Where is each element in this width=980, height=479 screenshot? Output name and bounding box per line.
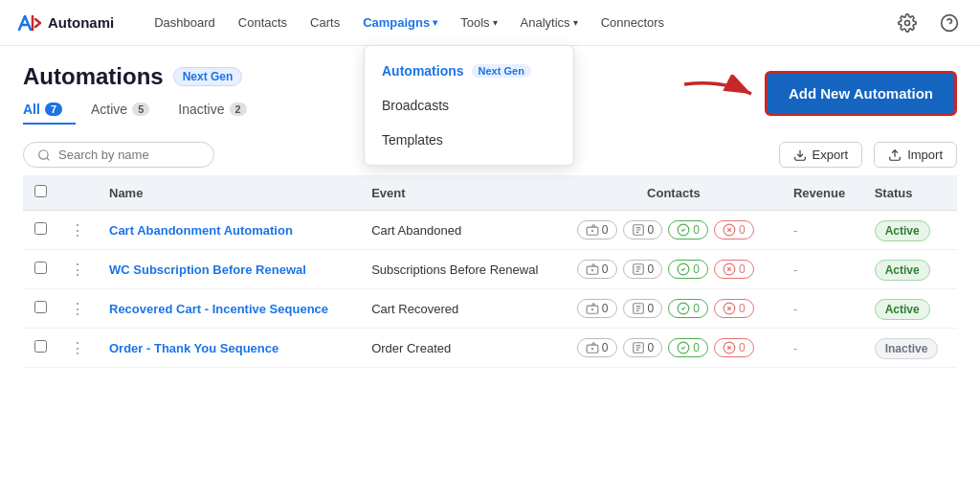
help-icon <box>940 13 959 33</box>
table-header-revenue: Revenue <box>782 175 863 211</box>
contact-badge-total: 0 <box>577 260 617 279</box>
table-row: ⋮ WC Subscription Before Renewal Subscri… <box>23 250 957 289</box>
toolbar-right: Export Import <box>779 142 957 168</box>
tab-inactive-count: 2 <box>230 103 247 116</box>
nav-campaigns[interactable]: Campaigns ▾ <box>353 11 447 34</box>
row-event-cell: Cart Abandoned <box>360 211 566 250</box>
table-row: ⋮ Cart Abandonment Automation Cart Aband… <box>23 211 957 250</box>
svg-line-5 <box>47 157 50 160</box>
automation-name-link[interactable]: WC Subscription Before Renewal <box>109 262 306 277</box>
contact-badge-total: 0 <box>577 220 617 240</box>
page-badge: Next Gen <box>173 67 243 86</box>
table-header-menu <box>58 175 98 211</box>
contact-badge-failed: 0 <box>714 338 754 357</box>
contact-badges: 0 0 0 0 <box>577 338 770 357</box>
row-checkbox[interactable] <box>34 340 47 353</box>
row-contacts-cell: 0 0 0 0 <box>566 250 782 289</box>
help-button[interactable] <box>934 8 965 38</box>
row-revenue-cell: - <box>782 329 863 368</box>
status-badge: Active <box>875 220 930 241</box>
dropdown-broadcasts[interactable]: Broadcasts <box>365 88 573 123</box>
contact-badge-failed: 0 <box>714 220 754 240</box>
row-event-cell: Subscriptions Before Renewal <box>360 250 566 289</box>
row-menu-cell[interactable]: ⋮ <box>58 250 98 289</box>
nav-analytics[interactable]: Analytics ▾ <box>511 11 588 34</box>
contact-badge-completed: 0 <box>668 220 708 240</box>
row-status-cell: Active <box>863 211 957 250</box>
contact-badge-completed: 0 <box>668 299 708 318</box>
automation-name-link[interactable]: Order - Thank You Sequence <box>109 341 278 355</box>
row-checkbox-cell <box>23 250 58 289</box>
tab-inactive[interactable]: Inactive 2 <box>178 98 259 125</box>
settings-button[interactable] <box>892 8 923 38</box>
nav-links: Dashboard Contacts Carts Campaigns ▾ Too… <box>145 11 674 34</box>
dropdown-automations[interactable]: Automations Next Gen <box>365 54 573 88</box>
table-header-status: Status <box>863 175 957 211</box>
nav-connectors[interactable]: Connectors <box>591 11 674 34</box>
gear-icon <box>898 13 917 33</box>
campaigns-chevron-icon: ▾ <box>433 17 437 28</box>
select-all-checkbox[interactable] <box>34 185 47 197</box>
svg-point-4 <box>39 149 48 158</box>
tab-active[interactable]: Active 5 <box>91 98 163 125</box>
row-revenue-cell: - <box>782 250 863 289</box>
table-header-checkbox <box>23 175 58 211</box>
row-menu-cell[interactable]: ⋮ <box>58 289 98 329</box>
add-new-automation-button[interactable]: Add New Automation <box>765 71 957 116</box>
table-header-name: Name <box>98 175 360 211</box>
page-heading: Automations <box>23 63 164 90</box>
page-title: Automations Next Gen <box>23 63 276 90</box>
row-event-cell: Order Created <box>360 329 566 368</box>
row-name-cell: Cart Abandonment Automation <box>98 211 360 250</box>
contact-badge-total: 0 <box>577 338 617 357</box>
nav-tools[interactable]: Tools ▾ <box>451 11 506 34</box>
row-checkbox[interactable] <box>34 262 47 274</box>
status-badge: Active <box>875 260 930 281</box>
row-revenue-cell: - <box>782 289 863 329</box>
tab-all-count: 7 <box>45 103 62 116</box>
automation-name-link[interactable]: Cart Abandonment Automation <box>109 223 293 238</box>
row-checkbox[interactable] <box>34 222 47 235</box>
contact-badge-inprogress: 0 <box>623 299 663 318</box>
search-input[interactable] <box>58 148 192 162</box>
table-header-row: Name Event Contacts Revenue Status <box>23 175 957 211</box>
contact-badge-completed: 0 <box>668 338 708 357</box>
search-box[interactable] <box>23 142 214 168</box>
nav-dashboard[interactable]: Dashboard <box>145 11 225 34</box>
search-icon <box>37 148 51 162</box>
row-name-cell: WC Subscription Before Renewal <box>98 250 360 289</box>
brand-logo[interactable]: Autonami <box>15 12 114 34</box>
row-checkbox-cell <box>23 211 58 250</box>
table-row: ⋮ Recovered Cart - Incentive Sequence Ca… <box>23 289 957 329</box>
row-menu-cell[interactable]: ⋮ <box>58 329 98 368</box>
nav-carts[interactable]: Carts <box>301 11 349 34</box>
status-badge: Inactive <box>875 338 939 359</box>
add-btn-area: Add New Automation <box>675 71 957 116</box>
contact-badge-inprogress: 0 <box>623 220 663 240</box>
contact-badges: 0 0 0 0 <box>577 260 770 279</box>
page-title-area: Automations Next Gen All 7 Active 5 Inac… <box>23 63 276 125</box>
automation-name-link[interactable]: Recovered Cart - Incentive Sequence <box>109 302 328 316</box>
contact-badge-completed: 0 <box>668 260 708 279</box>
row-contacts-cell: 0 0 0 0 <box>566 329 782 368</box>
automations-badge: Next Gen <box>472 64 531 78</box>
export-button[interactable]: Export <box>779 142 863 168</box>
contact-badge-total: 0 <box>577 299 617 318</box>
tab-all[interactable]: All 7 <box>23 98 76 125</box>
table-header-contacts: Contacts <box>566 175 782 211</box>
logo-icon <box>15 12 42 34</box>
row-checkbox[interactable] <box>34 301 47 313</box>
table-row: ⋮ Order - Thank You Sequence Order Creat… <box>23 329 957 368</box>
nav-contacts[interactable]: Contacts <box>229 11 297 34</box>
contact-badge-failed: 0 <box>714 299 754 318</box>
nav-right <box>892 8 965 38</box>
tab-active-count: 5 <box>132 103 149 116</box>
import-button[interactable]: Import <box>874 142 957 168</box>
row-name-cell: Recovered Cart - Incentive Sequence <box>98 289 360 329</box>
contact-badge-inprogress: 0 <box>623 338 663 357</box>
contact-badge-inprogress: 0 <box>623 260 663 279</box>
dropdown-templates[interactable]: Templates <box>365 123 573 157</box>
row-name-cell: Order - Thank You Sequence <box>98 329 360 368</box>
table-header-event: Event <box>360 175 566 211</box>
row-menu-cell[interactable]: ⋮ <box>58 211 98 250</box>
